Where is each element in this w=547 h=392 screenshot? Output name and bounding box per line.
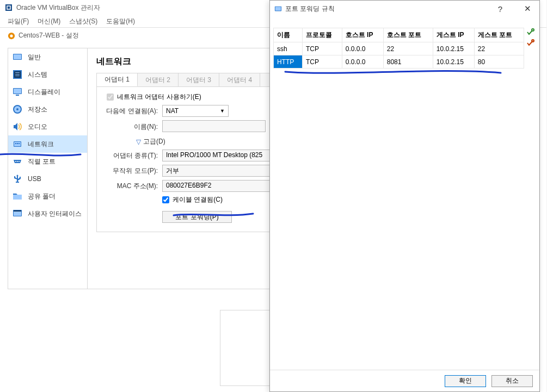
col-protocol[interactable]: 프로토콜	[302, 28, 342, 42]
cat-audio[interactable]: 오디오	[8, 118, 87, 135]
add-rule-icon[interactable]	[526, 28, 534, 36]
svg-point-23	[19, 161, 20, 162]
window-title: Oracle VM VirtualBox 관리자	[16, 3, 100, 13]
adapter-type-label: 어댑터 종류(T):	[103, 151, 162, 160]
svg-point-2	[10, 34, 13, 37]
svg-rect-28	[275, 7, 281, 11]
tab-adapter-3[interactable]: 어댑터 3	[179, 73, 219, 86]
tab-adapter-1[interactable]: 어댑터 1	[97, 73, 138, 86]
adapter-type-combo[interactable]: Intel PRO/1000 MT Desktop (825	[162, 150, 271, 161]
general-icon	[13, 52, 22, 62]
cat-system[interactable]: 시스템	[8, 66, 87, 83]
caret-down-icon: ▼	[220, 108, 225, 114]
promiscuous-label: 무작위 모드(P):	[103, 166, 162, 176]
promiscuous-combo[interactable]: 거부	[162, 165, 271, 177]
svg-rect-25	[14, 211, 21, 216]
menu-machine[interactable]: 머신(M)	[38, 15, 60, 27]
svg-rect-8	[15, 74, 20, 74]
attached-combo[interactable]: NAT ▼	[162, 105, 229, 117]
system-icon	[13, 70, 22, 79]
triangle-down-icon: ▽	[136, 138, 141, 146]
enable-adapter-checkbox[interactable]	[107, 94, 114, 101]
cat-network[interactable]: 네트워크	[8, 135, 87, 153]
mac-label: MAC 주소(M):	[103, 182, 162, 191]
attached-label: 다음에 연결됨(A):	[103, 107, 162, 116]
svg-rect-11	[14, 89, 21, 94]
cat-storage[interactable]: 저장소	[8, 101, 87, 118]
cat-general[interactable]: 일반	[8, 48, 87, 66]
network-card-icon	[274, 5, 282, 13]
svg-rect-7	[15, 72, 20, 73]
ok-button[interactable]: 확인	[445, 375, 486, 387]
cat-serial[interactable]: 직렬 포트	[8, 153, 87, 170]
gear-icon	[8, 32, 15, 40]
cable-label: 케이블 연결됨(C)	[173, 195, 223, 204]
interface-icon	[13, 209, 22, 219]
port-forward-table[interactable]: 이름 프로토콜 호스트 IP 호스트 포트 게스트 IP 게스트 포트 ssh …	[273, 28, 524, 69]
port-forwarding-dialog: 포트 포워딩 규칙 ? ✕ 이름 프로토콜 호스트 IP 호스트 포트 게스트 …	[269, 0, 540, 392]
cat-ui[interactable]: 사용자 인터페이스	[8, 205, 87, 222]
tab-adapter-2[interactable]: 어댑터 2	[138, 73, 179, 86]
settings-title: Centos7-WEB - 설정	[19, 31, 79, 40]
menu-help[interactable]: 도움말(H)	[106, 15, 135, 27]
cable-checkbox[interactable]	[162, 196, 169, 203]
menu-file[interactable]: 파일(F)	[8, 15, 29, 27]
svg-rect-12	[16, 95, 19, 96]
dialog-title: 포트 포워딩 규칙	[285, 4, 335, 14]
col-hostport[interactable]: 호스트 포트	[383, 28, 433, 42]
svg-rect-4	[14, 54, 21, 59]
name-label: 이름(N):	[103, 122, 162, 132]
table-row[interactable]: ssh TCP 0.0.0.0 22 10.0.2.15 22	[274, 42, 524, 55]
cat-usb[interactable]: USB	[8, 170, 87, 188]
enable-adapter-label: 네트워크 어댑터 사용하기(E)	[117, 92, 201, 102]
dialog-body: 이름 프로토콜 호스트 IP 호스트 포트 게스트 IP 게스트 포트 ssh …	[273, 28, 536, 368]
tab-adapter-4[interactable]: 어댑터 4	[219, 73, 260, 86]
col-name[interactable]: 이름	[274, 28, 303, 42]
name-input[interactable]	[162, 120, 266, 132]
col-guestip[interactable]: 게스트 IP	[433, 28, 474, 42]
svg-rect-20	[19, 143, 20, 144]
table-row[interactable]: HTTP TCP 0.0.0.0 8081 10.0.2.15 80	[274, 55, 524, 69]
svg-rect-18	[15, 143, 16, 144]
usb-icon	[13, 174, 22, 184]
folder-icon	[13, 191, 22, 201]
svg-point-22	[17, 161, 18, 162]
close-button[interactable]: ✕	[515, 1, 539, 16]
serial-icon	[13, 157, 22, 166]
cat-shared[interactable]: 공유 폴더	[8, 188, 87, 205]
dialog-titlebar: 포트 포워딩 규칙 ? ✕	[270, 1, 539, 17]
table-header-row: 이름 프로토콜 호스트 IP 호스트 포트 게스트 IP 게스트 포트	[274, 28, 524, 42]
help-button[interactable]: ?	[488, 1, 512, 16]
svg-point-15	[16, 108, 19, 110]
menu-snapshot[interactable]: 스냅샷(S)	[69, 15, 97, 27]
rule-side-buttons	[526, 28, 536, 47]
svg-rect-19	[17, 143, 18, 144]
col-hostip[interactable]: 호스트 IP	[342, 28, 383, 42]
network-icon	[13, 139, 22, 149]
svg-rect-9	[15, 76, 20, 76]
dialog-footer: 확인 취소	[270, 370, 539, 391]
category-list: 일반 시스템 디스플레이 저장소 오디오 네트워크	[8, 48, 88, 289]
cancel-button[interactable]: 취소	[491, 375, 533, 387]
mac-input[interactable]: 080027E6B9F2	[162, 180, 271, 192]
display-icon	[13, 87, 22, 97]
storage-icon	[13, 104, 22, 114]
virtualbox-logo-icon	[5, 4, 12, 11]
cat-display[interactable]: 디스플레이	[8, 83, 87, 101]
svg-point-21	[15, 161, 16, 162]
audio-icon	[13, 122, 22, 132]
port-forwarding-button[interactable]: 포트 포워딩(P)	[162, 211, 232, 223]
remove-rule-icon[interactable]	[526, 39, 534, 47]
col-guestport[interactable]: 게스트 포트	[474, 28, 524, 42]
svg-rect-26	[14, 210, 21, 211]
